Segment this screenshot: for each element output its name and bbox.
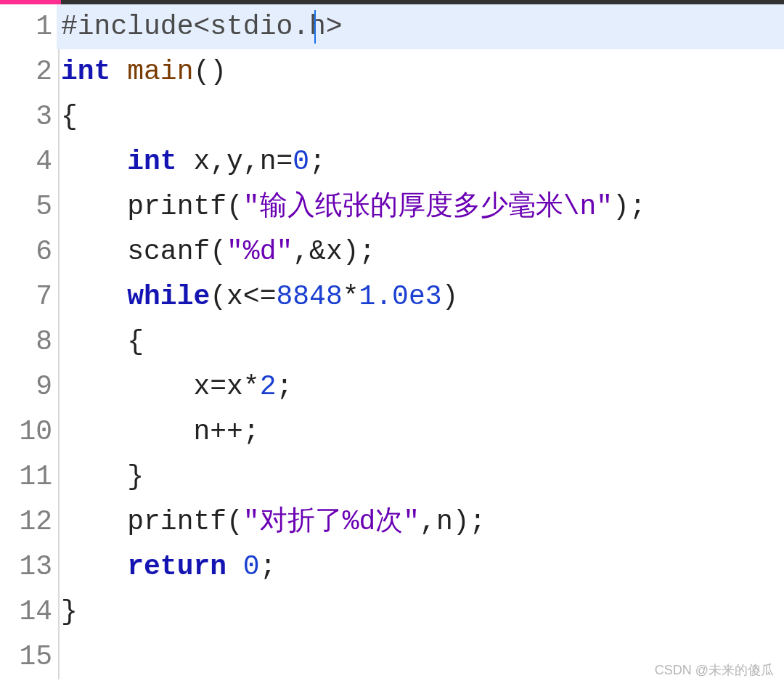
line-number: 15 bbox=[0, 634, 52, 679]
line-number-gutter: 1 2 3 4 5 6 7 8 9 10 11 12 13 14 15 bbox=[0, 4, 57, 679]
line-number: 3 bbox=[0, 94, 52, 139]
line-number: 7 bbox=[0, 274, 52, 319]
line-number: 11 bbox=[0, 454, 52, 499]
line-number: 4 bbox=[0, 139, 52, 184]
text-caret bbox=[314, 10, 316, 44]
watermark: CSDN @未来的傻瓜 bbox=[655, 661, 774, 679]
code-line[interactable]: int main() bbox=[57, 49, 784, 94]
code-line[interactable]: return 0; bbox=[57, 544, 784, 589]
line-number: 8 bbox=[0, 319, 52, 364]
line-number: 13 bbox=[0, 544, 52, 589]
code-line[interactable]: { bbox=[57, 94, 784, 139]
code-line[interactable]: } bbox=[57, 589, 784, 634]
code-line[interactable]: #include<stdio.h> bbox=[57, 4, 784, 49]
code-line[interactable]: printf("输入纸张的厚度多少毫米\n"); bbox=[57, 184, 784, 229]
code-area[interactable]: #include<stdio.h> int main() { int x,y,n… bbox=[57, 4, 784, 679]
line-number: 10 bbox=[0, 409, 52, 454]
code-editor[interactable]: 1 2 3 4 5 6 7 8 9 10 11 12 13 14 15 #inc… bbox=[0, 4, 784, 679]
line-number: 1 bbox=[0, 4, 52, 49]
line-number: 5 bbox=[0, 184, 52, 229]
active-tab-indicator bbox=[0, 0, 61, 4]
line-number: 2 bbox=[0, 49, 52, 94]
code-line[interactable]: scanf("%d",&x); bbox=[57, 229, 784, 274]
line-number: 12 bbox=[0, 499, 52, 544]
code-line[interactable]: while(x<=8848*1.0e3) bbox=[57, 274, 784, 319]
code-line[interactable]: printf("对折了%d次",n); bbox=[57, 499, 784, 544]
code-line[interactable]: } bbox=[57, 454, 784, 499]
line-number: 9 bbox=[0, 364, 52, 409]
line-number: 14 bbox=[0, 589, 52, 634]
code-line[interactable]: x=x*2; bbox=[57, 364, 784, 409]
code-line[interactable]: { bbox=[57, 319, 784, 364]
code-line[interactable]: n++; bbox=[57, 409, 784, 454]
line-number: 6 bbox=[0, 229, 52, 274]
code-line[interactable]: int x,y,n=0; bbox=[57, 139, 784, 184]
preprocessor-token: #include<stdio.h> bbox=[61, 11, 343, 42]
